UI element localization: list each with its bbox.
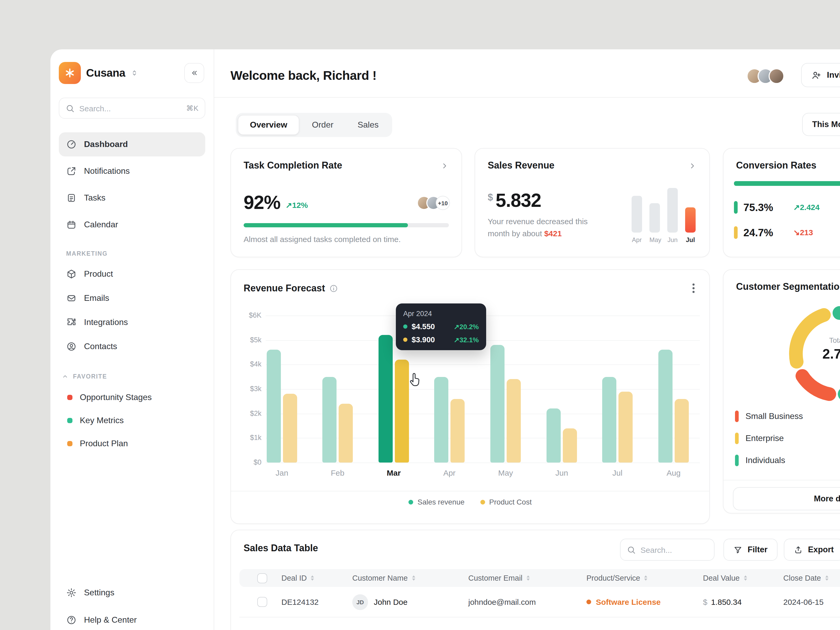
- legend-item: Product Cost: [480, 498, 532, 506]
- kebab-menu-icon[interactable]: [690, 281, 697, 295]
- export-label: Export: [808, 545, 834, 554]
- card-title: Conversion Rates: [736, 160, 816, 171]
- column-header-deal-value[interactable]: Deal Value: [703, 574, 783, 582]
- chevron-up-icon: [62, 373, 68, 380]
- sidebar-item-tasks[interactable]: Tasks: [59, 186, 205, 210]
- forecast-bar-sales-revenue-apr[interactable]: [434, 377, 448, 463]
- sidebar-item-notifications[interactable]: Notifications: [59, 159, 205, 183]
- mini-bar-apr[interactable]: [632, 196, 642, 232]
- column-header-deal-id[interactable]: Deal ID: [281, 574, 352, 582]
- y-axis-tick: $6K: [249, 311, 261, 319]
- sidebar-item-settings[interactable]: Settings: [59, 581, 206, 605]
- x-axis-tick: Apr: [434, 468, 465, 477]
- mini-bar-jul[interactable]: [685, 207, 696, 232]
- workspace-selector-icon[interactable]: [131, 69, 138, 77]
- status-dot: [586, 600, 591, 604]
- sidebar-item-opportunity-stages[interactable]: Opportunity Stages: [59, 386, 205, 409]
- period-selector[interactable]: This Month: [802, 113, 840, 136]
- cell-product: Software License: [586, 597, 703, 606]
- legend-label: Enterprise: [745, 434, 784, 443]
- funnel-icon: [733, 545, 742, 554]
- tab-order[interactable]: Order: [300, 115, 345, 135]
- series-dot: [409, 499, 414, 504]
- column-header-product-service[interactable]: Product/Service: [586, 574, 703, 582]
- column-header-close-date[interactable]: Close Date: [783, 574, 840, 582]
- cursor-hand-icon: [407, 372, 422, 388]
- forecast-bar-product-cost-apr[interactable]: [450, 399, 465, 463]
- sidebar-favorites: Opportunity Stages Key Metrics Product P…: [59, 386, 205, 455]
- forecast-bar-sales-revenue-jun[interactable]: [546, 409, 561, 463]
- table-row[interactable]: DE124132 JD John Doe johndoe@mail.com So…: [239, 587, 840, 617]
- sidebar-section-favorite[interactable]: FAVORITE: [62, 373, 214, 380]
- forecast-bar-product-cost-jan[interactable]: [283, 394, 297, 463]
- avatar-more-count: +10: [436, 196, 450, 210]
- select-all-checkbox[interactable]: [257, 573, 267, 583]
- y-axis: $6K$5k$4k$3k$2k$1k$0: [243, 270, 261, 480]
- filter-button[interactable]: Filter: [723, 538, 777, 561]
- avatar[interactable]: [769, 68, 784, 84]
- mini-bar-may[interactable]: [649, 203, 660, 232]
- legend-label: Small Business: [745, 412, 803, 421]
- forecast-bar-product-cost-mar[interactable]: [395, 360, 409, 463]
- column-header-customer-name[interactable]: Customer Name: [352, 574, 468, 582]
- sidebar-item-help[interactable]: Help & Center: [59, 608, 206, 630]
- sidebar-item-key-metrics[interactable]: Key Metrics: [59, 409, 205, 432]
- chart-tooltip: Apr 2024 $4.550 ↗20.2% $3.900 ↗32.1%: [396, 303, 486, 350]
- sidebar-item-product[interactable]: Product: [59, 262, 205, 286]
- sort-icon: [527, 575, 530, 581]
- chevron-right-icon[interactable]: [441, 161, 449, 170]
- tooltip-delta: ↗20.2%: [453, 323, 479, 330]
- forecast-bar-product-cost-aug[interactable]: [675, 399, 689, 463]
- legend-label: Individuals: [745, 456, 785, 465]
- forecast-bar-sales-revenue-aug[interactable]: [658, 350, 673, 463]
- export-button[interactable]: Export: [784, 538, 840, 561]
- forecast-bar-sales-revenue-feb[interactable]: [322, 377, 336, 463]
- search-icon: [627, 545, 636, 554]
- header-avatar-group[interactable]: [747, 68, 784, 84]
- product-icon: [66, 269, 77, 279]
- forecast-bar-product-cost-jul[interactable]: [619, 392, 633, 463]
- forecast-bar-sales-revenue-jan[interactable]: [267, 350, 281, 463]
- person-plus-icon: [811, 70, 821, 80]
- sidebar-item-product-plan[interactable]: Product Plan: [59, 432, 205, 455]
- sidebar-item-calendar[interactable]: Calendar: [59, 213, 205, 237]
- mini-bar-jun[interactable]: [667, 188, 678, 232]
- customer-name: John Doe: [374, 597, 407, 606]
- tasks-icon: [66, 193, 77, 203]
- chevron-right-icon[interactable]: [688, 161, 697, 170]
- donut-center: Total 2.7K: [784, 336, 840, 362]
- forecast-bar-sales-revenue-jul[interactable]: [602, 377, 616, 463]
- search-input[interactable]: [79, 104, 182, 113]
- column-header-customer-email[interactable]: Customer Email: [468, 574, 586, 582]
- tab-overview[interactable]: Overview: [238, 115, 299, 135]
- segment-legend-item: Individuals: [735, 455, 785, 466]
- invite-button[interactable]: Invite: [801, 63, 840, 87]
- sidebar-item-dashboard[interactable]: Dashboard: [59, 132, 205, 156]
- info-icon[interactable]: [329, 284, 338, 293]
- tab-sales[interactable]: Sales: [346, 115, 390, 135]
- forecast-bar-product-cost-feb[interactable]: [339, 404, 353, 463]
- x-axis-tick: Feb: [322, 468, 353, 477]
- more-details-button[interactable]: More details: [733, 487, 840, 510]
- x-axis-tick: Aug: [658, 468, 689, 477]
- table-search[interactable]: [620, 538, 715, 561]
- legend-item: Sales revenue: [409, 498, 465, 506]
- row-checkbox[interactable]: [257, 597, 267, 607]
- page-title: Welcome back, Richard !: [231, 68, 376, 83]
- legend-pill: [735, 411, 739, 422]
- table-search-input[interactable]: [641, 545, 708, 554]
- forecast-bar-sales-revenue-mar[interactable]: [379, 335, 393, 463]
- sidebar-search[interactable]: ⌘K: [59, 98, 205, 118]
- sidebar-collapse-button[interactable]: [184, 63, 204, 83]
- sidebar-item-emails[interactable]: Emails: [59, 286, 205, 310]
- forecast-bar-product-cost-jun[interactable]: [563, 428, 577, 463]
- x-axis-tick: Jan: [266, 468, 298, 477]
- forecast-bar-sales-revenue-may[interactable]: [490, 345, 505, 463]
- sidebar-item-integrations[interactable]: Integrations: [59, 310, 205, 335]
- forecast-bar-product-cost-may[interactable]: [507, 379, 521, 463]
- sidebar-item-contacts[interactable]: Contacts: [59, 335, 205, 358]
- card-divider: [231, 491, 709, 491]
- gridline: [266, 463, 700, 463]
- task-completion-delta: ↗12%: [286, 201, 308, 210]
- dashboard-icon: [66, 139, 77, 150]
